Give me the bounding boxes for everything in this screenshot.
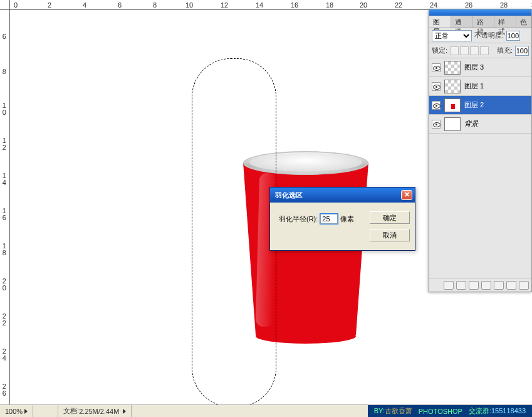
blend-mode-select[interactable]: 正常: [432, 30, 472, 41]
marquee-selection[interactable]: [192, 58, 276, 404]
layer-list: 图层 3 图层 1 图层 2 背景: [429, 58, 531, 134]
layer-row[interactable]: 图层 1: [429, 77, 531, 96]
cancel-button[interactable]: 取消: [370, 229, 410, 241]
link-icon[interactable]: [444, 281, 454, 290]
fill-label: 填充:: [497, 46, 513, 55]
status-bar: 100% 文档: 2.25M/2.44M BY:古欲香萧 PHOTOSHOP 交…: [0, 404, 532, 417]
panel-drag-bar[interactable]: [429, 9, 531, 16]
layer-row[interactable]: 图层 2: [429, 96, 531, 115]
tab-color[interactable]: 色: [516, 16, 531, 28]
visibility-icon[interactable]: [432, 101, 441, 110]
status-spacer: [33, 405, 58, 417]
layer-thumbnail[interactable]: [444, 80, 461, 93]
fill-input[interactable]: [515, 46, 529, 56]
panel-footer: [429, 278, 531, 292]
radius-input[interactable]: [320, 214, 338, 224]
new-layer-icon[interactable]: [506, 281, 516, 290]
ok-button[interactable]: 确定: [370, 211, 410, 224]
lock-position-icon[interactable]: [470, 46, 479, 55]
layer-thumbnail[interactable]: [444, 61, 461, 75]
zoom-box[interactable]: 100%: [0, 405, 33, 417]
layer-thumbnail[interactable]: [444, 117, 461, 131]
tab-styles[interactable]: 样式: [494, 16, 516, 28]
close-icon[interactable]: ✕: [401, 190, 412, 200]
visibility-icon[interactable]: [432, 63, 441, 72]
chevron-right-icon: [24, 409, 28, 414]
panel-tabs: 图层 通道 路径 样式 色: [429, 16, 531, 28]
mask-icon[interactable]: [469, 281, 479, 290]
opacity-label: 不透明度:: [474, 31, 504, 40]
lock-paint-icon[interactable]: [460, 46, 469, 55]
layers-panel: 图层 通道 路径 样式 色 正常 不透明度: 锁定: 填充: 图层 3 图层 1: [429, 9, 532, 292]
doc-label: 文档:: [63, 406, 79, 416]
adjustment-icon[interactable]: [481, 281, 491, 290]
layer-thumbnail[interactable]: [444, 98, 461, 112]
radius-unit: 像素: [340, 214, 354, 224]
layer-row[interactable]: 图层 3: [429, 58, 531, 77]
ruler-vertical: 6 8 10 12 14 16 18 20 22 24 26: [0, 10, 10, 404]
radius-label: 羽化半径(R):: [279, 214, 318, 224]
lock-label: 锁定:: [432, 46, 447, 55]
layer-name: 背景: [464, 119, 478, 129]
layer-row[interactable]: 背景: [429, 115, 531, 134]
doc-size-box[interactable]: 文档: 2.25M/2.44M: [58, 405, 132, 417]
visibility-icon[interactable]: [432, 120, 441, 129]
lock-all-icon[interactable]: [480, 46, 489, 55]
tab-channels[interactable]: 通道: [451, 16, 473, 28]
trash-icon[interactable]: [519, 281, 529, 290]
layer-name: 图层 2: [464, 100, 484, 110]
chevron-right-icon: [123, 409, 126, 414]
credit-bar: BY:古欲香萧 PHOTOSHOP 交流群:155118433: [368, 405, 532, 417]
opacity-input[interactable]: [506, 31, 520, 41]
fx-icon[interactable]: [456, 281, 466, 290]
tab-paths[interactable]: 路径: [473, 16, 495, 28]
tab-layers[interactable]: 图层: [429, 16, 451, 28]
lock-transparency-icon[interactable]: [450, 46, 459, 55]
dialog-title: 羽化选区: [275, 191, 303, 200]
feather-dialog: 羽化选区 ✕ 羽化半径(R): 像素 确定 取消: [269, 187, 415, 251]
layer-name: 图层 1: [464, 82, 484, 91]
ruler-corner: [0, 0, 10, 10]
layer-name: 图层 3: [464, 63, 484, 72]
visibility-icon[interactable]: [432, 82, 441, 91]
group-icon[interactable]: [494, 281, 504, 290]
dialog-titlebar[interactable]: 羽化选区 ✕: [270, 187, 415, 203]
doc-size: 2.25M/2.44M: [79, 408, 119, 415]
